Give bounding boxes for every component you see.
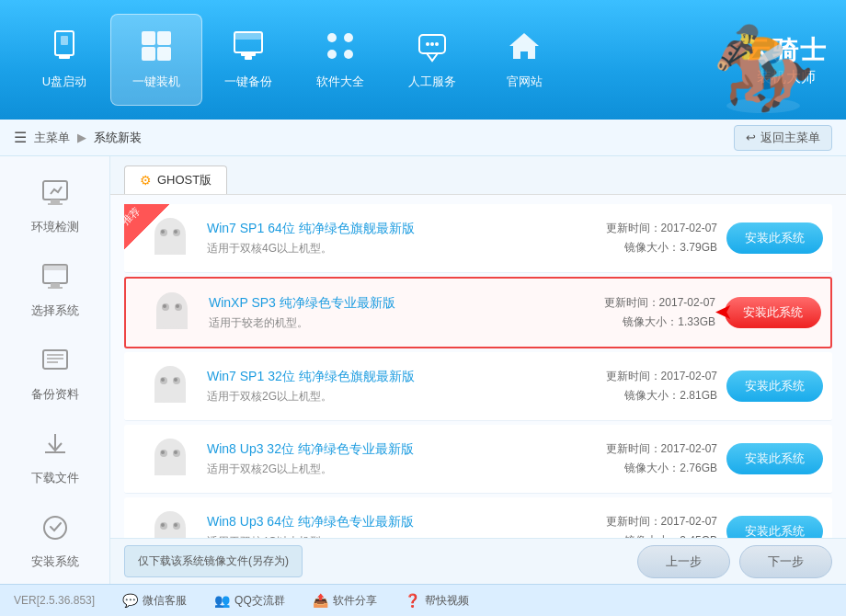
back-button[interactable]: ↩ 返回主菜单: [734, 125, 832, 151]
nav-item-one-key-backup[interactable]: 一键备份: [202, 14, 294, 106]
install-button-5[interactable]: 安装此系统: [726, 516, 823, 538]
system-item-3: Win7 SP1 32位 纯净绿色旗舰最新版 适用于双核2G以上机型。 更新时间…: [124, 352, 832, 421]
wechat-icon: 💬: [122, 593, 138, 608]
software-center-label: 软件大全: [316, 74, 364, 90]
prev-button[interactable]: 上一步: [637, 545, 730, 578]
header-nav: U盘启动一键装机一键备份软件大全人工服务官网站: [18, 14, 745, 106]
svg-rect-6: [157, 47, 171, 61]
nav-item-usb-boot[interactable]: U盘启动: [18, 14, 110, 106]
status-bar: VER[2.5.36.853] 💬 微信客服 👥 QQ交流群 📤 软件分享 ❓ …: [0, 584, 846, 616]
image-size-5: 镜像大小：3.45GB: [624, 533, 717, 538]
system-name-1[interactable]: Win7 SP1 64位 纯净绿色旗舰最新版: [207, 221, 561, 237]
svg-rect-4: [157, 31, 171, 45]
usb-boot-icon: [48, 29, 81, 68]
content-area: ⚙ GHOST版 推荐 Win7 SP1 64位 纯净绿色旗舰最新版 适用于双核…: [110, 156, 846, 584]
update-time-3: 更新时间：2017-02-07: [606, 369, 717, 384]
wechat-service[interactable]: 💬 微信客服: [122, 593, 187, 609]
update-time-1: 更新时间：2017-02-07: [606, 221, 717, 236]
share-icon: 📤: [313, 593, 328, 608]
update-time-5: 更新时间：2017-02-07: [606, 514, 717, 530]
system-item-1: 推荐 Win7 SP1 64位 纯净绿色旗舰最新版 适用于双核4G以上机型。 更…: [124, 204, 832, 273]
back-label: 返回主菜单: [760, 130, 820, 146]
svg-point-50: [174, 378, 177, 382]
help-video[interactable]: ❓ 帮快视频: [405, 593, 469, 609]
system-name-4[interactable]: Win8 Up3 32位 纯净绿色专业最新版: [207, 441, 561, 458]
sidebar-item-download-file[interactable]: 下载文件: [0, 416, 109, 500]
install-system-sidebar-label: 安装系统: [31, 553, 79, 570]
svg-point-12: [344, 33, 353, 42]
back-icon: ↩: [746, 131, 756, 144]
system-name-3[interactable]: Win7 SP1 32位 纯净绿色旗舰最新版: [207, 369, 561, 385]
download-file-sidebar-label: 下载文件: [31, 470, 79, 486]
svg-point-13: [327, 50, 337, 59]
nav-item-official-site[interactable]: 官网站: [478, 14, 570, 106]
ghost-icon-svg: [150, 216, 190, 260]
one-key-backup-icon: [232, 29, 265, 68]
install-icon: [140, 29, 173, 63]
select-system-sidebar-label: 选择系统: [31, 302, 79, 319]
update-time-4: 更新时间：2017-02-07: [606, 441, 717, 457]
svg-point-49: [161, 378, 165, 382]
one-key-install-icon: [140, 29, 173, 68]
svg-rect-26: [51, 283, 60, 287]
system-meta-2: 更新时间：2017-02-07 镜像大小：1.33GB: [559, 295, 715, 330]
share-label: 软件分享: [333, 593, 377, 609]
manual-service-icon: [416, 29, 449, 68]
system-name-2[interactable]: WinXP SP3 纯净绿色专业最新版: [209, 295, 559, 312]
sidebar-item-env-check[interactable]: 环境检测: [0, 165, 109, 249]
system-meta-1: 更新时间：2017-02-07 镜像大小：3.79GB: [561, 221, 717, 256]
sidebar: 环境检测选择系统备份资料下载文件安装系统: [0, 156, 110, 584]
breadcrumb-menu-icon: ☰: [14, 129, 27, 146]
tab-bar: ⚙ GHOST版: [110, 156, 846, 195]
qq-icon: 👥: [214, 593, 230, 608]
system-info-2: WinXP SP3 纯净绿色专业最新版 适用于较老的机型。: [209, 295, 559, 331]
system-desc-1: 适用于双核4G以上机型。: [207, 241, 561, 257]
svg-point-61: [161, 523, 165, 527]
system-name-5[interactable]: Win8 Up3 64位 纯净绿色专业最新版: [207, 514, 561, 530]
svg-rect-29: [47, 354, 63, 356]
sidebar-item-select-system[interactable]: 选择系统: [0, 249, 109, 333]
system-meta-4: 更新时间：2017-02-07 镜像大小：2.76GB: [561, 441, 717, 476]
system-info-3: Win7 SP1 32位 纯净绿色旗舰最新版 适用于双核2G以上机型。: [207, 369, 561, 405]
env-check-sidebar-label: 环境检测: [31, 219, 79, 235]
system-meta-5: 更新时间：2017-02-07 镜像大小：3.45GB: [561, 514, 717, 538]
svg-point-11: [327, 33, 337, 42]
tab-ghost[interactable]: ⚙ GHOST版: [124, 165, 227, 194]
bottom-bar: 仅下载该系统镜像文件(另存为) 上一步 下一步: [110, 538, 846, 584]
breadcrumb-home[interactable]: 主菜单: [34, 130, 70, 146]
svg-point-17: [430, 42, 434, 46]
image-size-2: 镜像大小：1.33GB: [623, 314, 715, 330]
nav-item-software-center[interactable]: 软件大全: [294, 14, 386, 106]
next-button[interactable]: 下一步: [739, 545, 832, 578]
software-share[interactable]: 📤 软件分享: [313, 593, 377, 609]
svg-point-37: [161, 230, 165, 234]
install-button-3[interactable]: 安装此系统: [726, 371, 823, 402]
svg-point-32: [44, 517, 66, 539]
knight-logo-svg: 🏇: [713, 5, 814, 115]
download-file-sidebar-icon: [41, 430, 69, 464]
sidebar-item-install-system[interactable]: 安装系统: [0, 500, 109, 584]
system-item-2: WinXP SP3 纯净绿色专业最新版 适用于较老的机型。 更新时间：2017-…: [124, 277, 832, 348]
install-button-1[interactable]: 安装此系统: [726, 222, 823, 254]
help-label: 帮快视频: [425, 593, 469, 609]
install-button-2[interactable]: 安装此系统: [725, 297, 821, 328]
sidebar-item-backup-data[interactable]: 备份资料: [0, 333, 109, 416]
nav-item-one-key-install[interactable]: 一键装机: [110, 14, 202, 106]
download-only-button[interactable]: 仅下载该系统镜像文件(另存为): [124, 545, 303, 577]
svg-rect-31: [47, 361, 58, 363]
header: U盘启动一键装机一键备份软件大全人工服务官网站 云骑士 装机大师 🏇: [0, 0, 846, 120]
svg-rect-10: [245, 56, 252, 60]
svg-point-16: [426, 42, 429, 46]
svg-point-14: [344, 50, 353, 59]
qq-group[interactable]: 👥 QQ交流群: [214, 593, 285, 609]
install-button-4[interactable]: 安装此系统: [726, 443, 823, 474]
svg-rect-5: [142, 47, 155, 61]
svg-rect-30: [47, 358, 63, 359]
nav-item-manual-service[interactable]: 人工服务: [386, 14, 478, 106]
svg-point-38: [174, 230, 177, 234]
env-check-sidebar-icon: [41, 179, 69, 213]
logo-knight-decoration: 🏇: [708, 0, 818, 120]
svg-rect-2: [61, 36, 68, 45]
svg-rect-9: [241, 52, 256, 56]
software-icon: [324, 29, 357, 63]
